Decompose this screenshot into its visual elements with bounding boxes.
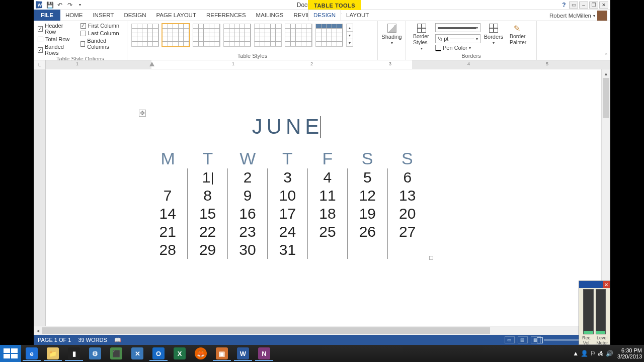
calendar-cell[interactable]: 4 [307, 168, 347, 187]
calendar-cell[interactable]: 12 [347, 187, 387, 205]
table-move-handle-icon[interactable]: ✥ [139, 110, 146, 117]
calendar-cell[interactable]: 25 [307, 223, 347, 241]
tab-page-layout[interactable]: PAGE LAYOUT [151, 10, 201, 21]
level-meter-close-icon[interactable]: ✕ [603, 281, 610, 288]
qat-undo-icon[interactable]: ↶ [56, 1, 64, 9]
tab-design[interactable]: DESIGN [119, 10, 151, 21]
calendar-cell[interactable]: 30 [227, 241, 267, 259]
shading-button[interactable]: Shading ▾ [382, 23, 401, 46]
tray-icon[interactable]: 🖧 [598, 350, 604, 357]
tray-icon[interactable]: 👤 [581, 350, 588, 357]
calendar-cell[interactable]: 28 [148, 241, 187, 259]
calendar-cell[interactable] [307, 241, 347, 259]
calendar-cell[interactable]: 9 [227, 187, 267, 205]
border-line-style[interactable]: ▾ [435, 23, 480, 32]
calendar-cell[interactable]: 27 [387, 223, 427, 241]
calendar-cell[interactable]: 13 [387, 187, 427, 205]
status-word-count[interactable]: 39 WORDS [78, 337, 107, 343]
tab-mailings[interactable]: MAILINGS [251, 10, 289, 21]
taskbar-clock[interactable]: 6:30 PM 3/20/2013 [617, 347, 642, 359]
view-print-layout-icon[interactable]: ▤ [518, 336, 528, 343]
calendar-cell[interactable]: 8 [187, 187, 227, 205]
status-proofing-icon[interactable]: 📖 [114, 337, 121, 343]
horizontal-scrollbar[interactable]: ◄ ► [34, 326, 610, 335]
calendar-cell[interactable]: 26 [347, 223, 387, 241]
taskbar-excel[interactable]: X [170, 346, 190, 361]
calendar-cell[interactable]: 5 [347, 168, 387, 187]
calendar-title[interactable]: JUNE [148, 115, 427, 139]
calendar-cell[interactable]: 18 [307, 205, 347, 223]
start-button[interactable] [0, 345, 21, 362]
calendar-cell[interactable]: 20 [387, 205, 427, 223]
qat-customize-icon[interactable]: ▾ [76, 1, 84, 9]
scroll-up-icon[interactable]: ▲ [602, 69, 610, 78]
taskbar-onenote[interactable]: N [254, 346, 274, 361]
tab-table-layout[interactable]: LAYOUT [341, 10, 374, 21]
border-painter-button[interactable]: Border Painter [507, 23, 530, 46]
chk-last-column[interactable]: Last Column [80, 30, 123, 36]
close-icon[interactable]: ✕ [599, 2, 608, 9]
chk-total-row[interactable]: Total Row [38, 36, 73, 42]
taskbar-app[interactable]: ▣ [212, 346, 232, 361]
table-resize-handle-icon[interactable] [429, 256, 433, 260]
view-read-mode-icon[interactable]: ▭ [505, 336, 515, 343]
system-tray[interactable]: ▲ 👤 ⚐ 🖧 🔊 6:30 PM 3/20/2013 [573, 347, 642, 359]
table-style-2[interactable] [162, 24, 190, 47]
level-meter-window[interactable]: ✕ Rec. Vol. Level Meter [579, 281, 610, 345]
ribbon-display-options-icon[interactable]: ▭ [569, 2, 578, 9]
table-style-4[interactable] [223, 24, 251, 47]
table-style-5[interactable] [254, 24, 282, 47]
calendar-cell[interactable]: 19 [347, 205, 387, 223]
calendar-cell[interactable] [347, 241, 387, 259]
taskbar-app[interactable]: ⬛ [106, 346, 126, 361]
tray-icon[interactable]: ▲ [573, 350, 579, 357]
chk-banded-rows[interactable]: Banded Rows [38, 44, 73, 56]
calendar-cell[interactable]: 15 [187, 205, 227, 223]
status-page[interactable]: PAGE 1 OF 1 [38, 337, 71, 343]
qat-save-icon[interactable]: 💾 [46, 1, 54, 9]
calendar-table[interactable]: ✥ JUNE M T W T F S S 1234567891011121314… [148, 115, 427, 259]
calendar-cell[interactable]: 7 [148, 187, 187, 205]
chk-banded-columns[interactable]: Banded Columns [80, 38, 123, 50]
calendar-cell[interactable]: 11 [307, 187, 347, 205]
calendar-cell[interactable]: 31 [267, 241, 307, 259]
tab-file[interactable]: FILE [34, 10, 60, 21]
help-icon[interactable]: ? [560, 2, 568, 9]
calendar-cell[interactable]: 22 [187, 223, 227, 241]
calendar-cell[interactable]: 23 [227, 223, 267, 241]
taskbar-cmd[interactable]: ▮ [64, 346, 84, 361]
vertical-ruler[interactable] [34, 69, 46, 326]
calendar-cell[interactable]: 29 [187, 241, 227, 259]
chk-header-row[interactable]: Header Row [38, 23, 73, 35]
tab-insert[interactable]: INSERT [88, 10, 119, 21]
calendar-cell[interactable]: 2 [227, 168, 267, 187]
calendar-cell[interactable] [387, 241, 427, 259]
taskbar-word[interactable]: W [233, 346, 253, 361]
calendar-cell[interactable]: 21 [148, 223, 187, 241]
taskbar-explorer[interactable]: 📁 [43, 346, 63, 361]
table-style-1[interactable] [131, 24, 159, 47]
taskbar-app[interactable]: ✕ [127, 346, 147, 361]
minimize-icon[interactable]: – [579, 2, 588, 9]
collapse-ribbon-icon[interactable]: ⌃ [604, 52, 608, 59]
taskbar-app[interactable]: ⚙ [85, 346, 105, 361]
border-styles-button[interactable]: Border Styles▾ [410, 23, 433, 52]
taskbar-firefox[interactable]: 🦊 [191, 346, 211, 361]
pen-color-button[interactable]: Pen Color▾ [435, 45, 480, 51]
table-styles-more[interactable]: ▴▾▾ [346, 24, 353, 47]
document-page[interactable]: ✥ JUNE M T W T F S S 1234567891011121314… [62, 69, 597, 326]
table-style-7[interactable] [315, 24, 343, 47]
calendar-cell[interactable]: 24 [267, 223, 307, 241]
tray-icon[interactable]: ⚐ [590, 350, 596, 357]
qat-redo-icon[interactable]: ↷ [66, 1, 74, 9]
calendar-cell[interactable]: 14 [148, 205, 187, 223]
calendar-cell[interactable]: 17 [267, 205, 307, 223]
tab-references[interactable]: REFERENCES [201, 10, 251, 21]
calendar-cell[interactable] [148, 168, 187, 187]
chk-first-column[interactable]: First Column [80, 23, 123, 29]
table-style-3[interactable] [193, 24, 220, 47]
tab-home[interactable]: HOME [60, 10, 88, 21]
border-weight[interactable]: ½ pt▾ [435, 34, 480, 43]
table-style-6[interactable] [285, 24, 312, 47]
taskbar-ie[interactable]: e [22, 346, 42, 361]
